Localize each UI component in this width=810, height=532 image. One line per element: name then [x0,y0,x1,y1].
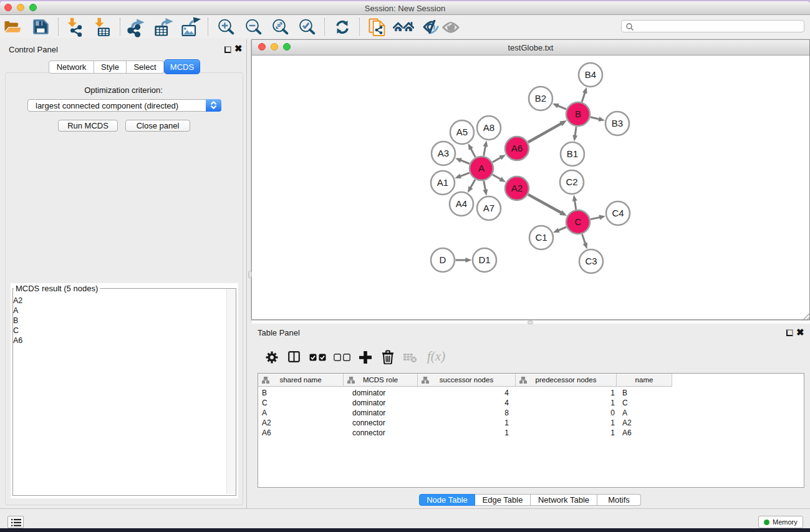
svg-text:B: B [575,109,581,119]
svg-text:A3: A3 [438,148,449,158]
svg-text:D1: D1 [478,254,490,265]
svg-text:B1: B1 [567,148,578,159]
svg-text:B4: B4 [585,69,596,80]
svg-text:B3: B3 [612,118,623,128]
svg-text:C3: C3 [585,256,597,266]
svg-text:C2: C2 [566,177,577,187]
svg-text:A8: A8 [483,122,494,133]
svg-text:C1: C1 [535,232,547,243]
svg-text:C4: C4 [612,208,624,218]
svg-text:C: C [575,216,582,227]
svg-text:A2: A2 [511,183,523,193]
svg-text:A5: A5 [456,127,468,137]
svg-text:A4: A4 [456,198,467,209]
svg-text:A7: A7 [483,203,494,213]
svg-text:D: D [440,254,446,265]
svg-text:A1: A1 [437,177,448,188]
svg-text:A6: A6 [511,143,523,153]
svg-text:B2: B2 [535,93,546,104]
svg-text:A: A [478,163,485,173]
